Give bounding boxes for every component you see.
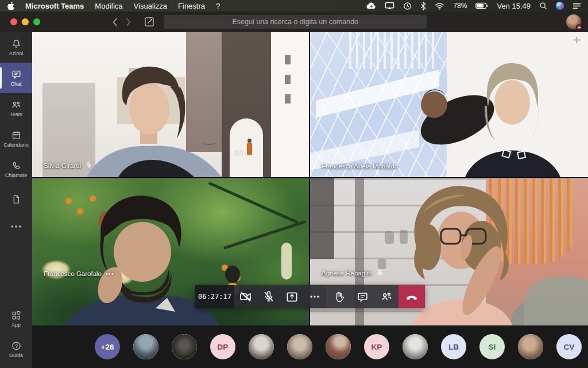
cloud-sync-icon[interactable] <box>366 2 376 10</box>
roster-overflow-count[interactable]: +26 <box>95 334 120 359</box>
hangup-button[interactable] <box>399 285 425 308</box>
bluetooth-icon[interactable] <box>420 2 426 10</box>
spotlight-search-icon[interactable] <box>539 2 547 10</box>
sidebar-label: App <box>11 323 21 328</box>
busy-status-badge <box>576 24 582 30</box>
participant-name-label: Silvia Girardi <box>44 161 92 170</box>
roster-avatar-initials[interactable]: DP <box>210 334 235 359</box>
sidebar-label: Team <box>10 112 22 117</box>
phone-icon <box>11 160 22 171</box>
menu-modifica[interactable]: Modifica <box>95 2 122 10</box>
chat-panel-button[interactable] <box>351 285 374 308</box>
video-tile-silvia-girardi[interactable]: Silvia Girardi <box>32 32 309 177</box>
menubar-app-name[interactable]: Microsoft Teams <box>25 2 84 10</box>
search-input[interactable] <box>164 15 427 29</box>
profile-avatar[interactable] <box>566 14 581 29</box>
participant-name: Silvia Girardi <box>44 162 81 169</box>
new-chat-icon[interactable] <box>144 16 155 28</box>
sidebar-item-more[interactable] <box>0 215 32 238</box>
mic-off-icon <box>85 161 92 170</box>
menu-visualizza[interactable]: Visualizza <box>134 2 167 10</box>
roster-avatar-initials[interactable]: CV <box>556 334 582 359</box>
call-controls-bar: 06:27:17 <box>195 285 425 308</box>
call-timer: 06:27:17 <box>195 285 234 308</box>
menu-finestra[interactable]: Finestra <box>178 2 205 10</box>
screen: Microsoft Teams Modifica Visualizza Fine… <box>0 0 588 368</box>
roster-avatar-initials[interactable]: LB <box>441 334 466 359</box>
sidebar-item-file[interactable] <box>0 185 32 215</box>
participant-more-button[interactable]: ••• <box>106 270 114 277</box>
minimize-window-button[interactable] <box>22 18 29 25</box>
video-grid: Silvia Girardi <box>32 32 588 325</box>
menubar-clock[interactable]: Ven 15:49 <box>497 2 531 10</box>
roster-avatar-photo[interactable] <box>518 334 543 359</box>
forward-button[interactable] <box>126 18 131 26</box>
close-window-button[interactable] <box>10 18 17 25</box>
sidebar-label: Chat <box>10 82 21 87</box>
participant-silhouette <box>32 32 309 177</box>
mic-off-icon <box>376 269 384 277</box>
airplay-display-icon[interactable] <box>385 2 394 10</box>
video-tile-francesca-murialdo[interactable]: Francesca Adele Murialdo <box>310 32 588 177</box>
raise-hand-button[interactable] <box>327 285 351 308</box>
roster-avatar-initials[interactable]: SI <box>479 334 505 359</box>
roster-avatar-photo[interactable] <box>287 334 312 359</box>
mic-off-button[interactable] <box>257 285 280 308</box>
roster-avatar-photo[interactable] <box>249 334 274 359</box>
back-button[interactable] <box>113 18 118 26</box>
siri-icon[interactable] <box>556 2 564 10</box>
sidebar-item-team[interactable]: Team <box>0 93 32 124</box>
participant-name: Francesca Adele Murialdo <box>322 163 398 170</box>
apple-logo-icon[interactable] <box>7 2 14 10</box>
sidebar-item-azioni[interactable]: Azioni <box>0 32 32 63</box>
menu-help[interactable]: ? <box>216 2 220 10</box>
calendar-icon <box>11 130 22 141</box>
more-options-button[interactable] <box>303 285 326 308</box>
svg-text:?: ? <box>15 343 18 349</box>
expand-cursor-icon <box>572 36 581 46</box>
macos-menu-bar: Microsoft Teams Modifica Visualizza Fine… <box>0 0 588 12</box>
sidebar-label: Chiamate <box>5 173 28 178</box>
zoom-window-button[interactable] <box>33 18 40 25</box>
participant-name: Agnese Rebaglio <box>322 270 372 277</box>
participant-name-label: Agnese Rebaglio <box>322 269 384 277</box>
window-controls <box>10 18 40 25</box>
camera-off-button[interactable] <box>234 285 257 308</box>
sidebar-item-chiamate[interactable]: Chiamate <box>0 154 32 185</box>
sidebar-label: Guida <box>9 353 23 358</box>
wifi-icon[interactable] <box>435 2 444 10</box>
sidebar-label: Calendario <box>3 143 29 148</box>
participant-silhouette <box>310 32 588 177</box>
participant-name: Francesco Garofalo <box>44 270 102 277</box>
teams-title-bar <box>0 12 588 32</box>
roster-avatar-initials[interactable]: KP <box>364 334 389 359</box>
roster-avatar-photo[interactable] <box>326 334 351 359</box>
document-icon <box>11 194 21 205</box>
bell-icon <box>11 39 22 49</box>
notification-list-icon[interactable] <box>572 2 581 10</box>
time-machine-icon[interactable] <box>403 2 412 10</box>
roster-avatar-photo[interactable] <box>133 334 158 359</box>
chat-bubble-icon <box>11 69 22 80</box>
participant-name-label: Francesca Adele Murialdo <box>322 163 398 170</box>
sidebar-item-guida[interactable]: ? Guida <box>0 334 32 365</box>
participant-roster-bar: +26 DP KP LB SI CV <box>32 325 588 368</box>
participant-name-label: Francesco Garofalo ••• <box>44 270 114 277</box>
apps-grid-icon <box>11 310 22 321</box>
share-screen-button[interactable] <box>280 285 303 308</box>
sidebar-item-chat[interactable]: Chat <box>0 63 32 93</box>
more-dots-icon <box>10 224 22 229</box>
roster-avatar-photo[interactable] <box>172 334 197 359</box>
sidebar-label: Azioni <box>9 51 24 56</box>
sidebar-item-calendario[interactable]: Calendario <box>0 124 32 154</box>
battery-percent: 78% <box>453 2 467 10</box>
app-sidebar: Azioni Chat Team Calendario Chiamate <box>0 32 32 368</box>
people-group-icon <box>10 99 22 110</box>
help-circle-icon: ? <box>11 340 22 351</box>
sidebar-item-app[interactable]: App <box>0 304 32 334</box>
participants-button[interactable] <box>375 285 399 308</box>
roster-avatar-photo[interactable] <box>403 334 428 359</box>
battery-icon[interactable] <box>475 2 488 9</box>
